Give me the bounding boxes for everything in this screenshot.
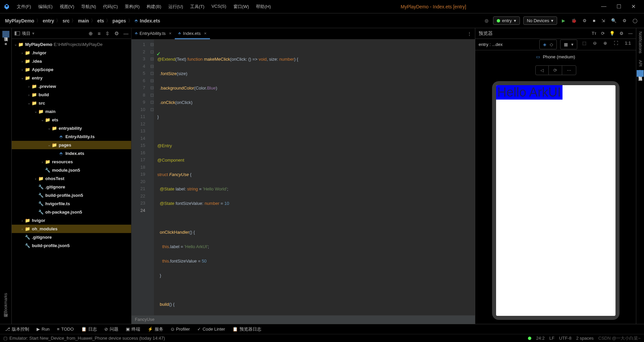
breadcrumb-item[interactable]: main xyxy=(78,18,89,23)
bottom-run[interactable]: ▶Run xyxy=(37,327,50,332)
hello-text[interactable]: Hello ArkUI xyxy=(496,85,562,100)
menu-refactor[interactable]: 重构(R) xyxy=(121,2,143,11)
tree-folder[interactable]: ›📁build xyxy=(12,91,131,99)
breadcrumb-item[interactable]: entry xyxy=(43,18,54,23)
menu-file[interactable]: 文件(F) xyxy=(13,2,35,11)
tree-file[interactable]: 🔧.gitignore xyxy=(12,183,131,191)
bottom-log[interactable]: 📋日志 xyxy=(81,326,97,332)
bottom-todo[interactable]: ≡TODO xyxy=(57,327,74,332)
menu-code[interactable]: 代码(C) xyxy=(100,2,121,11)
rail-previewer[interactable]: 预览器 xyxy=(637,70,644,77)
status-window-icon[interactable]: ▢ xyxy=(3,336,7,341)
breadcrumb-item[interactable]: Index.ets xyxy=(140,18,160,23)
tree-folder[interactable]: ›📁ohosTest xyxy=(12,174,131,183)
inspect-icon[interactable]: ◎ xyxy=(483,17,490,24)
menu-view[interactable]: 视图(V) xyxy=(56,2,77,11)
scale-icon[interactable]: 1:1 xyxy=(623,40,633,49)
project-tree[interactable]: ⌄📁MyPlayDemoE:\HMProjects\MyPlayDe ›📁.hv… xyxy=(12,39,131,324)
tree-folder-ohmodules[interactable]: ›📁oh_modules xyxy=(12,225,131,233)
layers-icon[interactable]: ◇ xyxy=(548,41,555,48)
fold-column[interactable]: ⊟⊡⊟⊟⊡⊟⊟⊡⊡⊡ xyxy=(150,40,154,315)
entry-label[interactable]: entry : ...dex xyxy=(479,42,503,47)
menu-edit[interactable]: 编辑(E) xyxy=(35,2,56,11)
bottom-terminal[interactable]: ▣终端 xyxy=(126,326,140,332)
zoom-in-icon[interactable]: ⊕ xyxy=(602,40,609,49)
status-indicator-icon[interactable] xyxy=(528,337,531,340)
tree-folder[interactable]: ›📁resources xyxy=(12,158,131,166)
menu-help[interactable]: 帮助(H) xyxy=(253,2,274,11)
rail-bookmarks[interactable]: Bookmarks xyxy=(3,290,9,317)
tree-folder[interactable]: ⌄📁entryability xyxy=(12,124,131,132)
rail-project[interactable]: 项目 xyxy=(2,31,9,38)
preview-settings-icon[interactable]: ⚙ xyxy=(620,31,624,36)
grid-icon[interactable]: ▦ xyxy=(562,41,570,48)
attach-icon[interactable]: ⇲ xyxy=(600,17,606,24)
code-editor[interactable]: ✓ @Extend(Text) function makeMeClick(onC… xyxy=(154,40,475,315)
bottom-linter[interactable]: ✓Code Linter xyxy=(197,327,225,332)
tab-entryability[interactable]: ⬘EntryAbility.ts× xyxy=(131,28,175,39)
tab-close-icon[interactable]: × xyxy=(169,31,172,36)
rotate-icon[interactable]: ⟳ xyxy=(549,66,562,75)
tree-folder[interactable]: ⌄📁main xyxy=(12,107,131,116)
tree-file[interactable]: 🔧hvigorfile.ts xyxy=(12,199,131,208)
bottom-preview-log[interactable]: 📋预览器日志 xyxy=(232,326,261,332)
breadcrumb-item[interactable]: ets xyxy=(97,18,104,23)
tree-folder[interactable]: ›📁.idea xyxy=(12,57,131,65)
tree-file[interactable]: 🔧oh-package.json5 xyxy=(12,208,131,216)
encoding[interactable]: UTF-8 xyxy=(559,336,572,341)
bottom-services[interactable]: ⚡服务 xyxy=(148,326,163,332)
panel-settings-icon[interactable]: ⚙ xyxy=(114,31,119,37)
editor-crumb[interactable]: FancyUse xyxy=(131,315,475,324)
maximize-icon[interactable]: ☐ xyxy=(616,3,621,10)
collapse-icon[interactable]: ⇳ xyxy=(105,31,110,37)
tree-folder[interactable]: ›📁AppScope xyxy=(12,65,131,74)
preview-hide-icon[interactable]: — xyxy=(628,31,633,36)
tab-index[interactable]: ⬘Index.ets× xyxy=(175,28,210,39)
project-panel-title[interactable]: 项目 ▾ xyxy=(14,31,35,37)
rail-commit[interactable]: ■ xyxy=(3,38,9,50)
tab-close-icon[interactable]: × xyxy=(204,31,207,36)
locate-icon[interactable]: ⊕ xyxy=(89,31,93,37)
user-icon[interactable]: ◯ xyxy=(631,17,639,24)
cursor-position[interactable]: 24:2 xyxy=(536,336,544,341)
settings-icon[interactable]: ⚙ xyxy=(621,17,628,24)
rail-structure[interactable]: 结构 xyxy=(2,317,9,324)
tree-folder-pages[interactable]: ⌄📁pages xyxy=(12,141,131,149)
inspect-toggle-icon[interactable]: ◈ xyxy=(541,41,548,48)
tree-file[interactable]: 🔧module.json5 xyxy=(12,166,131,174)
rail-notifications[interactable]: Notifications xyxy=(637,28,643,57)
bottom-profiler[interactable]: ⊙Profiler xyxy=(171,327,190,332)
breadcrumb-item[interactable]: MyPlayDemo xyxy=(5,18,34,23)
run-icon[interactable]: ▶ xyxy=(560,17,567,24)
tree-folder-entry[interactable]: ⌄📁entry xyxy=(12,74,131,82)
tree-folder[interactable]: ›📁.preview xyxy=(12,82,131,91)
tree-folder[interactable]: ›📁hvigor xyxy=(12,216,131,225)
debug-icon[interactable]: 🐞 xyxy=(570,17,578,24)
expand-icon[interactable]: ≡ xyxy=(98,31,101,37)
fit-icon[interactable]: ⛶ xyxy=(612,40,620,49)
tree-file[interactable]: ⬘EntryAbility.ts xyxy=(12,132,131,141)
minimize-icon[interactable]: — xyxy=(601,3,606,10)
indent[interactable]: 2 spaces xyxy=(576,336,594,341)
run-config-combo[interactable]: entry▾ xyxy=(493,16,520,25)
font-icon[interactable]: Tт xyxy=(592,31,596,36)
more-icon[interactable]: ⋯ xyxy=(562,66,576,75)
tree-folder[interactable]: ›📁.hvigor xyxy=(12,49,131,57)
tree-file[interactable]: 🔧build-profile.json5 xyxy=(12,191,131,199)
dropdown-icon[interactable]: ▾ xyxy=(570,41,575,48)
bottom-problems[interactable]: ⊘问题 xyxy=(104,326,118,332)
tree-root[interactable]: ⌄📁MyPlayDemoE:\HMProjects\MyPlayDe xyxy=(12,40,131,49)
breadcrumb-item[interactable]: pages xyxy=(112,18,126,23)
crop-icon[interactable]: ⬚ xyxy=(581,40,588,49)
search-icon[interactable]: 🔍 xyxy=(610,17,618,24)
tab-menu-icon[interactable]: ⋮ xyxy=(464,31,475,36)
gutter[interactable]: 123456789101112131415161718192021222324 xyxy=(131,40,150,315)
menu-vcs[interactable]: VCS(S) xyxy=(208,2,229,11)
menu-window[interactable]: 窗口(W) xyxy=(230,2,253,11)
phone-screen[interactable]: Hello ArkUI xyxy=(496,85,615,316)
rail-api[interactable]: API参考 xyxy=(637,57,644,70)
menu-tools[interactable]: 工具(T) xyxy=(187,2,208,11)
refresh-icon[interactable]: ⟳ xyxy=(601,31,605,36)
device-combo[interactable]: No Devices▾ xyxy=(523,16,557,25)
tree-folder[interactable]: ⌄📁ets xyxy=(12,116,131,124)
